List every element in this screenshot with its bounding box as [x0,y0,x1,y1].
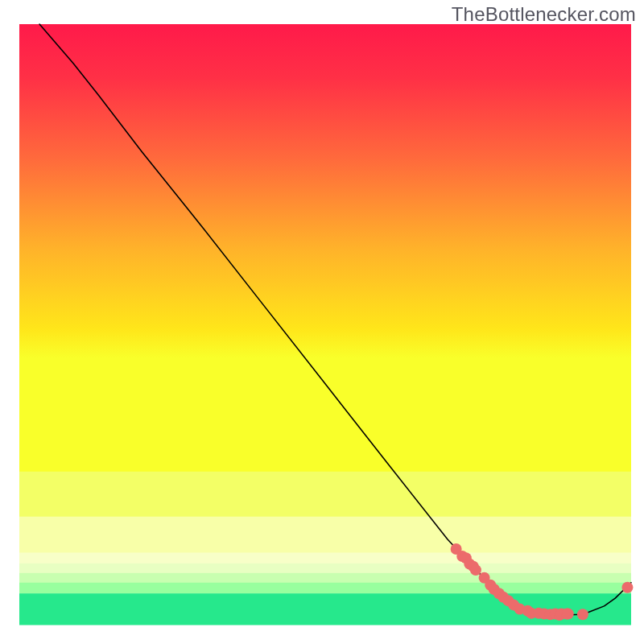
color-band [19,517,631,553]
chart-container: TheBottlenecker.com [0,0,644,644]
gradient-background [19,24,631,473]
data-point [577,609,588,620]
bottleneck-chart [0,0,644,644]
data-point [563,609,574,620]
color-band [19,583,631,594]
watermark-text: TheBottlenecker.com [452,3,636,26]
data-point [621,582,633,593]
color-band [19,472,631,517]
data-point [470,564,481,576]
plot-area [19,24,633,625]
bottom-color-bands [19,472,631,625]
color-band [19,552,631,564]
color-band [19,564,631,573]
color-band [19,573,631,583]
